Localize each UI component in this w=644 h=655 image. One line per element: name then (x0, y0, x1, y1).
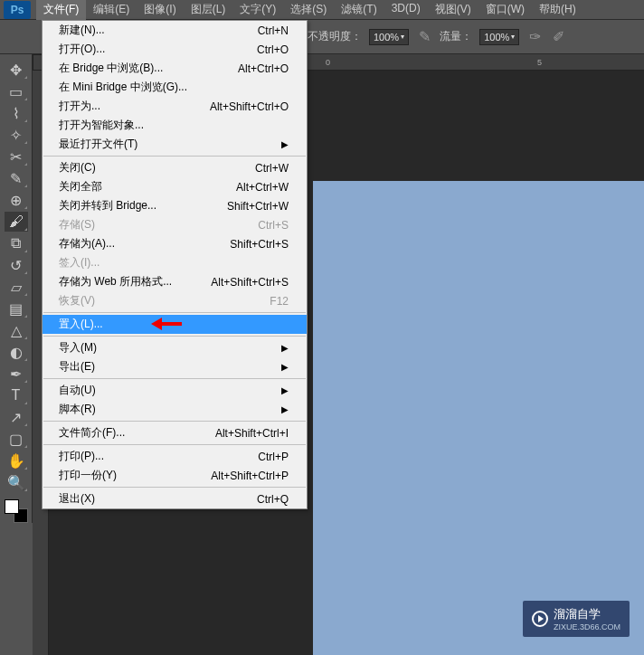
menu-item-关闭并转到 Bridge...[interactable]: 关闭并转到 Bridge...Shift+Ctrl+W (43, 196, 307, 215)
play-icon (532, 611, 548, 627)
marquee-tool[interactable]: ▭ (5, 81, 28, 101)
menu-item-导出(E)[interactable]: 导出(E)▶ (43, 357, 307, 376)
brush-tool[interactable]: 🖌 (5, 212, 28, 232)
menu-item-打开为智能对象...[interactable]: 打开为智能对象... (43, 116, 307, 135)
menubar: Ps 文件(F)编辑(E)图像(I)图层(L)文字(Y)选择(S)滤镜(T)3D… (0, 0, 644, 20)
history-tool[interactable]: ↺ (5, 255, 28, 275)
menu-separator (43, 444, 306, 445)
menu-separator (43, 378, 306, 379)
rect-tool[interactable]: ▢ (5, 429, 28, 449)
menu-item-置入(L)...[interactable]: 置入(L)... (43, 315, 307, 334)
lasso-tool[interactable]: ⌇ (5, 103, 28, 123)
menu-item-最近打开文件(T)[interactable]: 最近打开文件(T)▶ (43, 135, 307, 154)
menu-item-打开为...[interactable]: 打开为...Alt+Shift+Ctrl+O (43, 97, 307, 116)
menu-滤镜(T)[interactable]: 滤镜(T) (334, 0, 384, 20)
blur-tool[interactable]: △ (5, 320, 28, 340)
menu-item-文件简介(F)...[interactable]: 文件简介(F)...Alt+Shift+Ctrl+I (43, 423, 307, 442)
menu-item-关闭全部[interactable]: 关闭全部Alt+Ctrl+W (43, 177, 307, 196)
menu-item-脚本(R)[interactable]: 脚本(R)▶ (43, 400, 307, 419)
pressure-size-icon[interactable]: ✐ (550, 29, 566, 45)
menu-separator (43, 421, 306, 422)
pressure-opacity-icon[interactable]: ✎ (416, 29, 432, 45)
menu-item-自动(U)[interactable]: 自动(U)▶ (43, 381, 307, 400)
menu-3D(D)[interactable]: 3D(D) (384, 0, 428, 20)
move-tool[interactable]: ✥ (5, 60, 28, 80)
menu-图像(I)[interactable]: 图像(I) (137, 0, 183, 20)
menu-item-在 Bridge 中浏览(B)...[interactable]: 在 Bridge 中浏览(B)...Alt+Ctrl+O (43, 59, 307, 78)
type-tool[interactable]: T (5, 385, 28, 405)
menu-item-导入(M)[interactable]: 导入(M)▶ (43, 338, 307, 357)
menu-item-签入(I)...: 签入(I)... (43, 253, 307, 272)
menu-视图(V)[interactable]: 视图(V) (428, 0, 478, 20)
menu-item-关闭(C)[interactable]: 关闭(C)Ctrl+W (43, 158, 307, 177)
menu-编辑(E)[interactable]: 编辑(E) (86, 0, 137, 20)
gradient-tool[interactable]: ▤ (5, 299, 28, 318)
menu-item-存储(S): 存储(S)Ctrl+S (43, 215, 307, 234)
toolbox: ✥▭⌇✧✂✎⊕🖌⧉↺▱▤△◐✒T↗▢✋🔍 (0, 54, 33, 523)
crop-tool[interactable]: ✂ (5, 147, 28, 166)
menu-separator (43, 312, 306, 313)
menu-item-打印一份(Y)[interactable]: 打印一份(Y)Alt+Shift+Ctrl+P (43, 466, 307, 485)
menu-item-恢复(V): 恢复(V)F12 (43, 291, 307, 310)
menu-文件(F)[interactable]: 文件(F) (36, 0, 86, 20)
hand-tool[interactable]: ✋ (5, 451, 28, 470)
menu-图层(L)[interactable]: 图层(L) (184, 0, 233, 20)
spotheal-tool[interactable]: ⊕ (5, 190, 28, 210)
eraser-tool[interactable]: ▱ (5, 277, 28, 297)
zoom-tool[interactable]: 🔍 (5, 472, 28, 492)
watermark-url: ZIXUE.3D66.COM (554, 622, 620, 631)
opacity-value[interactable]: 100%▾ (369, 29, 409, 45)
menu-separator (43, 156, 306, 157)
menu-帮助(H)[interactable]: 帮助(H) (532, 0, 583, 20)
eyedropper-tool[interactable]: ✎ (5, 168, 28, 188)
menu-选择(S)[interactable]: 选择(S) (283, 0, 334, 20)
menu-item-新建(N)...[interactable]: 新建(N)...Ctrl+N (43, 21, 307, 40)
menu-item-打开(O)...[interactable]: 打开(O)...Ctrl+O (43, 40, 307, 59)
flow-value[interactable]: 100%▾ (479, 29, 519, 45)
stamp-tool[interactable]: ⧉ (5, 233, 28, 253)
wand-tool[interactable]: ✧ (5, 125, 28, 145)
menu-item-存储为 Web 所用格式...[interactable]: 存储为 Web 所用格式...Alt+Shift+Ctrl+S (43, 272, 307, 291)
highlight-arrow-icon (151, 316, 187, 330)
file-menu-dropdown: 新建(N)...Ctrl+N打开(O)...Ctrl+O在 Bridge 中浏览… (42, 20, 308, 509)
menu-item-退出(X)[interactable]: 退出(X)Ctrl+Q (43, 489, 307, 508)
airbrush-icon[interactable]: ✑ (526, 29, 543, 45)
watermark: 溜溜自学 ZIXUE.3D66.COM (523, 601, 630, 637)
opacity-label: 不透明度： (308, 29, 362, 44)
menu-separator (43, 487, 306, 488)
color-swatches[interactable] (5, 499, 28, 523)
pen-tool[interactable]: ✒ (5, 364, 28, 384)
app-logo: Ps (4, 1, 31, 19)
dodge-tool[interactable]: ◐ (5, 342, 28, 362)
flow-label: 流量： (440, 29, 472, 44)
path-tool[interactable]: ↗ (5, 407, 28, 427)
menu-文字(Y)[interactable]: 文字(Y) (232, 0, 283, 20)
menu-separator (43, 336, 306, 337)
document-canvas[interactable] (313, 181, 644, 655)
menu-item-打印(P)...[interactable]: 打印(P)...Ctrl+P (43, 447, 307, 466)
menu-窗口(W)[interactable]: 窗口(W) (478, 0, 532, 20)
menu-item-存储为(A)...[interactable]: 存储为(A)...Shift+Ctrl+S (43, 234, 307, 253)
watermark-title: 溜溜自学 (554, 607, 601, 621)
menu-item-在 Mini Bridge 中浏览(G)...[interactable]: 在 Mini Bridge 中浏览(G)... (43, 78, 307, 97)
